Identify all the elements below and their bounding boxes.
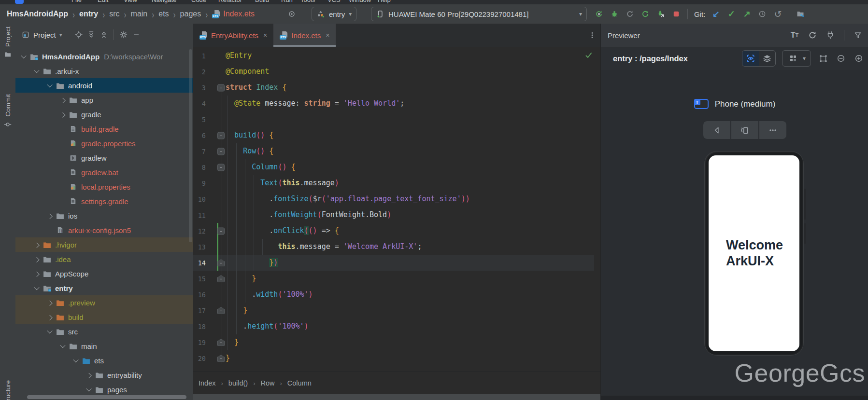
tree-chevron[interactable] xyxy=(32,255,41,263)
tree-chevron[interactable] xyxy=(32,284,41,292)
editor-breadcrumb-item[interactable]: Column xyxy=(287,379,312,387)
tree-row[interactable]: android xyxy=(15,78,193,93)
tab-close-icon[interactable]: × xyxy=(326,31,329,39)
menu-item-file[interactable]: File xyxy=(71,0,82,3)
tree-chevron[interactable] xyxy=(45,313,54,321)
line-number[interactable]: 14 xyxy=(193,259,206,267)
phone-preview-screen[interactable]: WelcomeArkUI-X xyxy=(709,155,799,351)
tree-row[interactable]: gradlew xyxy=(15,151,193,165)
tree-row[interactable]: gradle xyxy=(15,107,193,122)
plug-icon[interactable] xyxy=(825,29,836,41)
menu-item-window[interactable]: Window xyxy=(349,0,371,3)
breadcrumb-item[interactable]: main xyxy=(131,10,148,18)
menu-item-run[interactable]: Run xyxy=(281,0,293,3)
refresh-icon[interactable] xyxy=(807,29,818,41)
project-view-icon[interactable] xyxy=(21,30,30,39)
crosshair-icon[interactable] xyxy=(74,30,83,39)
inspector-mode-button[interactable] xyxy=(742,51,759,66)
line-number[interactable]: 10 xyxy=(193,195,206,203)
git-push-icon[interactable]: ↗ xyxy=(741,8,753,20)
tab-close-icon[interactable]: × xyxy=(263,31,267,39)
breadcrumb-item[interactable]: entry xyxy=(79,10,98,18)
tree-chevron[interactable] xyxy=(45,299,54,307)
tree-chevron[interactable] xyxy=(58,110,67,119)
collapse-all-icon[interactable] xyxy=(100,30,108,39)
rerun-failed-icon[interactable] xyxy=(655,8,667,20)
tree-chevron[interactable] xyxy=(32,67,41,75)
zoom-in-icon[interactable] xyxy=(853,53,865,64)
tree-chevron[interactable] xyxy=(45,212,54,220)
menu-item-edit[interactable]: Edit xyxy=(98,0,108,3)
line-number[interactable]: 9 xyxy=(193,179,206,187)
tree-row[interactable]: .arkui-x xyxy=(15,64,193,78)
fold-marker-icon[interactable]: − xyxy=(217,148,225,155)
module-selector[interactable]: entry ▾ xyxy=(312,7,356,21)
gear-icon[interactable] xyxy=(119,30,128,39)
stripe-tab-commit[interactable]: Commit xyxy=(0,94,15,129)
tree-chevron[interactable] xyxy=(32,270,41,278)
tree-horizontal-scrollbar[interactable] xyxy=(27,395,186,399)
fold-marker-icon[interactable]: − xyxy=(217,355,225,362)
tree-row[interactable]: main xyxy=(15,339,193,353)
expand-all-icon[interactable] xyxy=(87,30,96,39)
line-number[interactable]: 2 xyxy=(193,68,206,76)
breadcrumb-item[interactable]: ets xyxy=(158,10,169,18)
device-profile-row[interactable]: T Phone (medium) xyxy=(601,99,868,109)
menu-item-code[interactable]: Code xyxy=(191,0,206,3)
breadcrumb-item-file[interactable]: ETSIndex.ets xyxy=(212,10,255,18)
tree-row[interactable]: build xyxy=(15,310,193,324)
fold-marker-icon[interactable]: − xyxy=(217,307,225,314)
fold-marker-icon[interactable]: − xyxy=(217,132,225,139)
breadcrumb-item[interactable]: src xyxy=(109,10,119,18)
line-number[interactable]: 17 xyxy=(193,307,206,315)
git-update-icon[interactable]: ↙ xyxy=(710,8,722,20)
rerun-icon[interactable] xyxy=(593,8,605,20)
tree-row[interactable]: src xyxy=(15,324,193,339)
tree-row[interactable]: ets xyxy=(15,353,193,368)
fold-marker-icon[interactable]: − xyxy=(217,259,225,266)
line-number[interactable]: 16 xyxy=(193,291,206,299)
restart-icon[interactable] xyxy=(640,8,651,20)
zoom-out-icon[interactable] xyxy=(835,53,847,64)
profile-icon[interactable] xyxy=(624,8,636,20)
editor-tab-index-ets[interactable]: ETSIndex.ets× xyxy=(273,24,336,47)
locate-icon[interactable] xyxy=(286,8,298,20)
menu-item-vcs[interactable]: VCS xyxy=(327,0,341,3)
menu-item-help[interactable]: Help xyxy=(378,0,391,3)
fold-marker-icon[interactable]: − xyxy=(217,339,225,346)
menu-item-refactor[interactable]: Refactor xyxy=(218,0,242,3)
menu-item-navigate[interactable]: Navigate xyxy=(152,0,176,3)
tree-chevron[interactable] xyxy=(85,371,93,379)
chevron-down-icon[interactable]: ▾ xyxy=(59,31,62,38)
tree-row[interactable]: {}arkui-x-config.json5 xyxy=(15,223,193,237)
tree-row[interactable]: build.gradle xyxy=(15,122,193,136)
nav-more-button[interactable] xyxy=(759,121,786,139)
line-number[interactable]: 12 xyxy=(193,227,206,235)
tree-row[interactable]: entry xyxy=(15,281,193,295)
code-editor[interactable]: 1@Entry2@Component3−struct Index {4 @Sta… xyxy=(193,47,600,395)
layout-select[interactable]: ▾ xyxy=(782,50,811,67)
tab-options-icon[interactable] xyxy=(588,29,597,41)
tree-chevron[interactable] xyxy=(58,96,67,104)
project-view-title[interactable]: Project xyxy=(33,31,56,39)
stripe-tab-structure[interactable]: Structure xyxy=(0,380,15,400)
line-number[interactable]: 20 xyxy=(193,355,206,362)
tree-row[interactable]: pages xyxy=(15,382,193,397)
menu-item-view[interactable]: View xyxy=(124,0,137,3)
stripe-tab-project[interactable]: Project xyxy=(0,27,15,59)
tree-row[interactable]: ios xyxy=(15,208,193,223)
line-number[interactable]: 11 xyxy=(193,211,206,219)
editor-tab-entryability-ets[interactable]: ETSEntryAbility.ets× xyxy=(193,24,273,47)
nav-rotate-button[interactable] xyxy=(731,121,758,139)
line-number[interactable]: 18 xyxy=(193,323,206,331)
inspections-ok-icon[interactable] xyxy=(585,52,593,59)
line-number[interactable]: 15 xyxy=(193,275,206,283)
line-number[interactable]: 8 xyxy=(193,164,206,171)
tree-chevron[interactable] xyxy=(32,241,41,249)
breadcrumb-item[interactable]: HmsAndroidApp xyxy=(7,10,68,18)
layers-mode-button[interactable] xyxy=(759,51,775,66)
line-number[interactable]: 5 xyxy=(193,116,206,124)
tree-row[interactable]: .hvigor xyxy=(15,237,193,252)
git-rollback-icon[interactable]: ↺ xyxy=(772,8,783,20)
line-number[interactable]: 1 xyxy=(193,52,206,60)
